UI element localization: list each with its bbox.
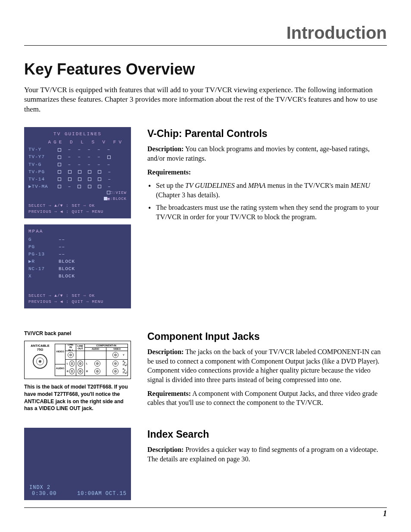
osd-row: ▶RBLOCK	[28, 258, 127, 265]
rating-value: ––	[59, 244, 65, 249]
vchip-description: Description: You can block programs and …	[147, 144, 387, 163]
rca-jack-icon	[68, 352, 74, 358]
col-sub: VIDEO	[106, 348, 128, 351]
osd-row: G––	[28, 236, 127, 243]
rating-value: BLOCK	[59, 266, 75, 271]
rca-jack-icon	[112, 352, 118, 358]
section-header: Introduction	[24, 23, 387, 43]
rca-jack-icon	[112, 361, 118, 367]
text: and	[235, 182, 248, 189]
index-heading: Index Search	[147, 428, 387, 441]
row-label: AUDIO	[55, 364, 65, 371]
ant-label: ANT/CABLE	[27, 344, 53, 348]
menu-name: MPAA	[248, 182, 266, 189]
col-header: COMPONENT-IN	[85, 344, 128, 348]
jack-label: R	[86, 370, 90, 373]
rating-label: TV-Y7	[28, 154, 45, 159]
col-header: LINEOUT	[76, 344, 84, 351]
rca-jack-icon	[78, 361, 83, 367]
osd-title: TV GUIDELINES	[28, 131, 127, 138]
index-time: 0:30.00	[32, 491, 56, 497]
rating-label: PG	[28, 243, 59, 251]
legend-text: □:VIEW	[110, 191, 127, 195]
rating-label: G	[28, 236, 59, 243]
text: Set up the	[156, 182, 185, 189]
osd-row: TV-G – – – – –	[28, 161, 127, 168]
osd-footer: SELECT → ▲/▼ : SET → OK	[28, 293, 127, 299]
legend-block: ▣:BLOCK	[28, 196, 127, 202]
jack-label: L	[86, 362, 90, 365]
text: (Chapter 3 has details).	[156, 191, 220, 199]
osd-row: TV-Y – – – – –	[28, 146, 127, 153]
col-sub: AUDIO	[85, 348, 106, 351]
rating-label: TV-G	[28, 162, 41, 167]
osd-row: ▶TV-MA – –	[28, 183, 127, 190]
intro-paragraph: Your TV/VCR is equipped with features th…	[24, 85, 377, 114]
menu-name: TV GUIDELINES	[185, 182, 235, 189]
jack-label: PR(CR)	[123, 368, 126, 374]
component-description: Description: The jacks on the back of yo…	[147, 347, 387, 384]
rating-value: ––	[59, 237, 65, 242]
osd-title: MPAA	[28, 228, 127, 235]
requirement-item: The broadcasters must use the rating sys…	[156, 203, 387, 221]
backpanel-title: TV/VCR back panel	[24, 330, 131, 337]
footer-rule	[24, 507, 387, 508]
page-number: 1	[383, 509, 387, 518]
rating-label: PG-13	[28, 251, 59, 258]
osd-footer: PREVIOUS → ◀ : QUIT → MENU	[28, 209, 127, 215]
ant-ohm: 75Ω	[27, 348, 53, 352]
rating-value: ––	[59, 252, 65, 257]
rating-label: TV-Y	[28, 147, 41, 152]
req-label: Requirements:	[147, 390, 191, 397]
rca-jack-icon	[78, 368, 83, 374]
index-osd: INDX 2 0:30.00 10:00AM OCT.15	[24, 428, 131, 500]
backpanel-note: This is the back of model T20TF668. If y…	[24, 383, 131, 412]
header-rule	[24, 45, 387, 46]
rating-label: NC-17	[28, 265, 59, 273]
rca-jack-icon	[112, 368, 118, 374]
req-label: Requirements:	[147, 168, 191, 176]
osd-row: NC-17BLOCK	[28, 265, 127, 273]
coax-jack-icon	[33, 354, 47, 369]
osd-row: TV-Y7 – – – –	[28, 153, 127, 161]
row-label: VIDEO	[55, 349, 65, 354]
rating-label: X	[28, 273, 59, 280]
component-heading: Component Input Jacks	[147, 330, 387, 343]
index-datetime: 10:00AM OCT.15	[77, 491, 127, 497]
osd-footer: SELECT → ▲/▼ : SET → OK	[28, 203, 127, 209]
osd-footer: PREVIOUS → ◀ : QUIT → MENU	[28, 299, 127, 305]
desc-label: Description:	[147, 145, 184, 152]
osd-row: XBLOCK	[28, 273, 127, 280]
rca-jack-icon	[94, 368, 100, 374]
osd-row: TV-PG –	[28, 168, 127, 176]
rating-label: ▶R	[28, 258, 59, 265]
rating-value: BLOCK	[59, 274, 75, 279]
osd-row: PG-13––	[28, 251, 127, 258]
legend-text: ▣:BLOCK	[107, 197, 127, 201]
rating-label: TV-PG	[28, 169, 45, 174]
col-header: LINE ININ 1	[65, 344, 76, 351]
desc-label: Description:	[147, 446, 184, 453]
index-number: INDX 2	[29, 485, 50, 491]
jack-label: Y	[123, 354, 126, 356]
rating-label: ▶TV-MA	[28, 184, 48, 189]
page-title: Key Features Overview	[24, 60, 387, 78]
tv-guidelines-osd: TV GUIDELINES AGE D L S V FV TV-Y – – – …	[24, 127, 131, 218]
rca-jack-icon	[69, 368, 75, 374]
text: menus in the TV/VCR's main	[266, 182, 351, 189]
osd-row: TV-14 –	[28, 176, 127, 183]
jack-label: PB(CB)	[123, 361, 126, 367]
component-requirements: Requirements: A component with Component…	[147, 389, 387, 408]
rating-label: TV-14	[28, 177, 45, 182]
index-description: Description: Provides a quicker way to f…	[147, 445, 387, 464]
osd-columns: AGE D L S V FV	[28, 139, 127, 146]
legend-view: □:VIEW	[28, 190, 127, 196]
vchip-heading: V-Chip: Parental Controls	[147, 127, 387, 140]
rating-value: BLOCK	[59, 259, 75, 264]
requirement-item: Set up the TV GUIDELINES and MPAA menus …	[156, 181, 387, 199]
osd-row: PG––	[28, 243, 127, 251]
desc-label: Description:	[147, 348, 184, 355]
backpanel-diagram: ANT/CABLE 75Ω VIDEO AUDIO LINE ININ 1	[24, 341, 131, 379]
mpaa-osd: MPAA G–– PG–– PG-13–– ▶RBLOCK NC-17BLOCK…	[24, 224, 131, 308]
menu-name: MENU	[351, 182, 370, 189]
